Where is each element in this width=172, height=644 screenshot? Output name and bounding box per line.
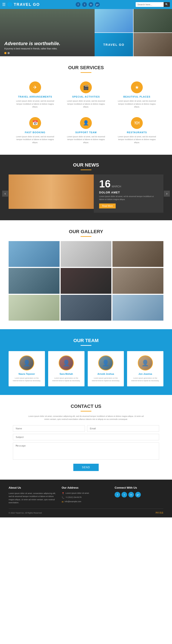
hero-heading: Adventure is worthwhile.: [4, 41, 60, 46]
team-desc-3: Lorem ipsum generators on the Internet t…: [130, 377, 160, 382]
footer-addr-item-3: ✉ info@example.com: [62, 500, 110, 503]
hero-cell-2: [134, 9, 172, 32]
news-body: Lorem ipsum dolor sit amet, ed do eiusmo…: [99, 195, 158, 201]
header-left: ☰ 🌐 TRAVEL GO: [2, 2, 40, 7]
news-read-more-button[interactable]: Read More: [99, 204, 116, 208]
hero-cell-1: [94, 9, 133, 32]
hamburger-icon[interactable]: ☰: [2, 2, 6, 7]
hero-subheading: A journey is best measured in friends, r…: [4, 48, 60, 50]
contact-email-input[interactable]: [87, 425, 159, 432]
contact-name-input[interactable]: [13, 425, 85, 432]
news-date: 16 MARCH: [99, 179, 158, 189]
facebook-icon[interactable]: f: [76, 2, 80, 7]
service-desc-4: Lorem ipsum dolor sit amet, sed do eiusm…: [66, 136, 106, 144]
contact-submit-button[interactable]: SEND: [73, 464, 98, 471]
service-icon-0: ✈: [29, 82, 41, 93]
search-button[interactable]: 🔍: [164, 2, 170, 7]
team-avatar-3: 👤: [138, 356, 153, 370]
gallery-cell-3[interactable]: [112, 241, 164, 267]
footer-about-text: Lorem ipsum dolor sit amet, consectetur …: [8, 492, 58, 504]
contact-divider: [80, 411, 92, 412]
service-desc-0: Lorem ipsum dolor sit amet, sed do eiusm…: [15, 100, 55, 108]
team-card-3: 👤 Jon Joanisa Lorem ipsum generators on …: [127, 351, 164, 386]
twitter-icon[interactable]: t: [82, 2, 87, 7]
google-plus-icon[interactable]: g+: [95, 2, 100, 7]
footer-address: Our Address 📍 Lorem ipsum dolor sit amet…: [62, 486, 110, 504]
logo-text: TRAVEL GO: [14, 2, 40, 7]
contact-message-input[interactable]: [13, 442, 159, 460]
footer-connect-title: Connect With Us: [114, 486, 164, 489]
search-box: 🔍: [136, 2, 170, 7]
hero-cell-3: TRAVEL GO: [94, 33, 133, 56]
service-icon-4: 👤: [80, 117, 92, 129]
footer-about-title: About Us: [8, 486, 58, 489]
hero-text-block: Adventure is worthwhile. A journey is be…: [4, 41, 60, 50]
footer-bottom: © 2022 Travel Go. All Rights Reserved 阿行…: [8, 508, 164, 514]
news-next-button[interactable]: ›: [164, 190, 170, 196]
service-title-1: SPECIAL ACTIVITIES: [66, 96, 106, 98]
footer-addr-item-1: 📍 Lorem ipsum dolor sit amet.: [62, 492, 110, 495]
footer-facebook-icon[interactable]: f: [114, 492, 120, 498]
gallery-cell-9[interactable]: [112, 295, 164, 320]
team-card-2: 👤 Arnold Joshua Lorem ipsum generators o…: [88, 351, 124, 386]
news-headline: DOLOR AMET: [99, 191, 158, 194]
service-item-3: 📅 FAST BOOKING Lorem ipsum dolor sit ame…: [13, 115, 58, 146]
service-item-5: 🍽 RESTAURANTS Lorem ipsum dolor sit amet…: [114, 115, 159, 146]
footer-grid: About Us Lorem ipsum dolor sit amet, con…: [8, 486, 164, 504]
gallery-cell-6[interactable]: [112, 268, 164, 294]
footer-email: info@example.com: [65, 500, 81, 503]
service-item-0: ✈ TRAVEL ARRANGEMENTS Lorem ipsum dolor …: [13, 79, 58, 111]
linkedin-icon[interactable]: in: [88, 2, 93, 7]
service-item-2: ★ BEAUTIFUL PLACES Lorem ipsum dolor sit…: [114, 79, 159, 111]
team-card-1: 👤 Sara Mohah Lorem ipsum generators on t…: [48, 351, 84, 386]
contact-title: CONTACT US: [13, 404, 159, 409]
service-title-5: RESTAURANTS: [117, 131, 157, 134]
gallery-cell-2[interactable]: [61, 241, 112, 267]
person-icon-2: 👤: [99, 356, 113, 370]
person-icon-1: 👤: [59, 356, 73, 370]
header: ☰ 🌐 TRAVEL GO f t in g+ 🔍: [0, 0, 172, 9]
contact-section: CONTACT US Lorem ipsum dolor sit amet, c…: [0, 395, 172, 480]
news-img-inner: [8, 174, 94, 209]
team-desc-1: Lorem ipsum generators on the Internet t…: [52, 377, 81, 382]
service-desc-1: Lorem ipsum dolor sit amet, sed do eiusm…: [66, 100, 106, 108]
service-icon-1: 🎬: [80, 82, 92, 93]
news-image: [8, 174, 94, 209]
person-icon-3: 👤: [138, 356, 152, 370]
footer-google-plus-icon[interactable]: g+: [135, 492, 141, 498]
hero-main-slide: Adventure is worthwhile. A journey is be…: [0, 9, 94, 56]
footer-linkedin-icon[interactable]: in: [128, 492, 134, 498]
person-icon-0: 👤: [20, 356, 34, 370]
gallery-cell-7[interactable]: [8, 295, 60, 320]
gallery-title: OUR GALLERY: [8, 229, 164, 234]
team-avatar-2: 👤: [98, 356, 113, 370]
news-prev-button[interactable]: ‹: [2, 190, 8, 196]
team-desc-0: Lorem ipsum generators on the Internet t…: [12, 377, 42, 382]
search-input[interactable]: [136, 2, 164, 7]
service-item-4: 👤 SUPPORT TEAM Lorem ipsum dolor sit ame…: [64, 115, 108, 146]
footer-connect: Connect With Us f t in g+: [114, 486, 164, 504]
hero-dots: [4, 52, 10, 54]
team-title: OUR TEAM: [8, 338, 164, 344]
dot-1[interactable]: [4, 52, 6, 54]
service-title-4: SUPPORT TEAM: [66, 131, 106, 134]
team-name-2: Arnold Joshua: [91, 372, 121, 375]
footer-twitter-icon[interactable]: t: [122, 492, 127, 498]
hero-section: Adventure is worthwhile. A journey is be…: [0, 9, 172, 56]
gallery-cell-8[interactable]: [61, 295, 112, 320]
footer-link[interactable]: 阿行花朵: [156, 512, 164, 514]
footer-copyright: © 2022 Travel Go. All Rights Reserved: [8, 512, 42, 514]
contact-description: Lorem ipsum dolor sit amet, consectetur …: [26, 415, 146, 421]
team-name-1: Sara Mohah: [52, 372, 81, 375]
team-avatar-0: 👤: [19, 356, 34, 370]
contact-subject-input[interactable]: [13, 434, 159, 440]
gallery-cell-1[interactable]: [8, 241, 60, 267]
footer: About Us Lorem ipsum dolor sit amet, con…: [0, 480, 172, 518]
team-card-0: 👤 Naura Tepsner Lorem ipsum generators o…: [8, 351, 45, 386]
gallery-cell-5[interactable]: [61, 268, 112, 294]
gallery-cell-4[interactable]: [8, 268, 60, 294]
footer-about: About Us Lorem ipsum dolor sit amet, con…: [8, 486, 58, 504]
dot-2[interactable]: [8, 52, 10, 54]
service-icon-5: 🍽: [131, 117, 143, 129]
news-title: OUR NEWS: [8, 162, 164, 168]
